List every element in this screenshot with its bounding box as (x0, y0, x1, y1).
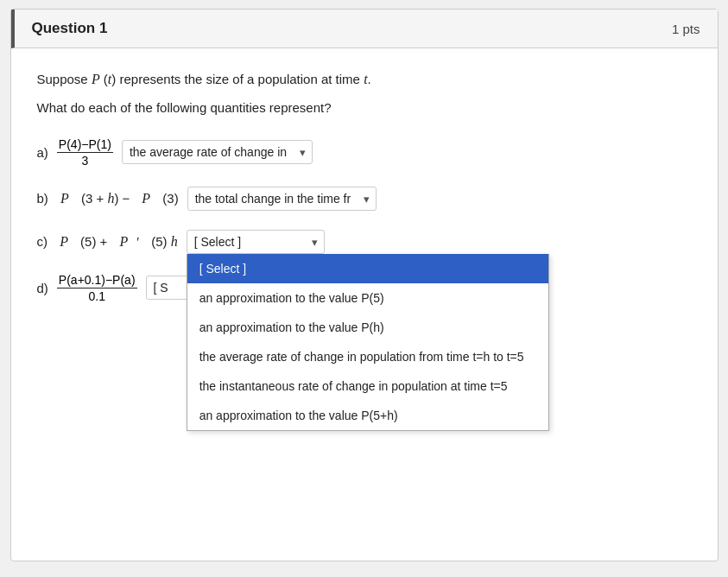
question-title: Question 1 (32, 20, 108, 37)
part-a-label: a) (37, 145, 48, 160)
question-body: Suppose P (t) represents the size of a p… (11, 48, 718, 343)
part-d-fraction: P(a+0.1)−P(a) 0.1 (57, 273, 137, 303)
dropdown-item-2[interactable]: an approximation to the value P(h) (187, 313, 548, 342)
part-c-expr3: P (116, 234, 128, 250)
dropdown-item-0[interactable]: [ Select ] (187, 254, 548, 283)
part-b-expr2: (3 + h) − (78, 191, 130, 206)
question-pts: 1 pts (672, 22, 700, 36)
part-b-expr4: (3) (159, 191, 179, 206)
part-a-numerator: P(4)−P(1) (57, 137, 113, 153)
dropdown-item-1[interactable]: an approximation to the value P(5) (187, 283, 548, 313)
part-c-expr5: (5) h (148, 234, 178, 250)
part-c-dropdown-menu: [ Select ] an approximation to the value… (187, 254, 549, 431)
part-a-select[interactable]: the average rate of change in (122, 140, 313, 164)
part-c-expr4: ′ (136, 234, 139, 249)
part-d-label: d) (37, 281, 48, 295)
part-c-select[interactable]: [ Select ] (187, 230, 325, 254)
part-b-expr3: P (138, 191, 150, 206)
part-c-label: c) (37, 234, 52, 249)
part-d-denominator: 0.1 (86, 288, 106, 303)
part-c-select-wrapper: [ Select ] (187, 230, 325, 254)
part-b-select-wrapper: the total change in the time fr (187, 187, 377, 211)
intro-line2: What do each of the following quantities… (37, 98, 692, 118)
part-d-numerator: P(a+0.1)−P(a) (57, 273, 137, 288)
part-b-label: b) (37, 191, 53, 206)
question-header: Question 1 1 pts (11, 10, 718, 48)
question-card: Question 1 1 pts Suppose P (t) represent… (10, 9, 719, 561)
part-c-expr: P (60, 234, 68, 250)
intro-line1: Suppose P (t) represents the size of a p… (37, 69, 692, 90)
part-a-select-wrapper: the average rate of change in (122, 140, 313, 164)
dropdown-item-3[interactable]: the average rate of change in population… (187, 342, 548, 371)
dropdown-item-4[interactable]: the instantaneous rate of change in popu… (187, 371, 548, 401)
dropdown-item-5[interactable]: an approximation to the value P(5+h) (187, 401, 548, 430)
part-a-denominator: 3 (79, 153, 90, 168)
part-c: c) P (5) + P ′ (5) h [ Select ] [ Select… (37, 230, 692, 254)
part-c-dropdown-wrapper: [ Select ] [ Select ] an approximation t… (187, 230, 325, 254)
part-b-expr: P (60, 191, 69, 206)
part-b-select[interactable]: the total change in the time fr (187, 187, 377, 211)
part-a: a) P(4)−P(1) 3 the average rate of chang… (37, 137, 692, 168)
part-a-fraction: P(4)−P(1) 3 (57, 137, 113, 168)
part-b: b) P (3 + h) − P (3) the total change in… (37, 187, 692, 211)
part-c-expr2: (5) + (77, 234, 107, 249)
